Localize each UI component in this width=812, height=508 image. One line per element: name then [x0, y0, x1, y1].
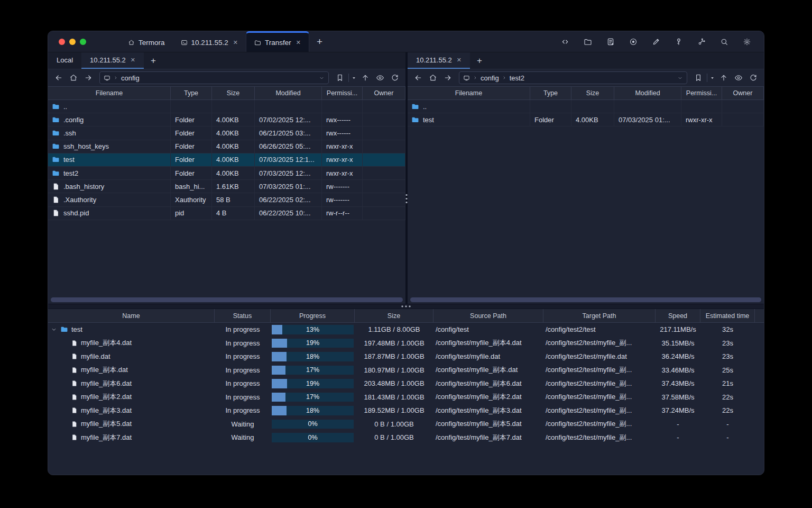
- tab-remote-session[interactable]: 10.211.55.2 ✕: [408, 52, 470, 69]
- status: In progress: [215, 391, 271, 404]
- upload-icon[interactable]: [359, 71, 372, 84]
- transfer-row[interactable]: myfile.dat In progress 18% 187.87MB / 1.…: [48, 350, 764, 364]
- record-icon[interactable]: [627, 35, 640, 48]
- bookmark-icon[interactable]: [334, 71, 346, 84]
- transfer-row[interactable]: myfile_副本3.dat In progress 18% 189.52MB …: [48, 404, 764, 418]
- forward-icon[interactable]: [441, 71, 454, 84]
- refresh-icon[interactable]: [747, 71, 760, 84]
- close-window-button[interactable]: [59, 39, 65, 45]
- column-header[interactable]: Permissi...: [681, 87, 722, 99]
- column-header[interactable]: Source Path: [433, 309, 543, 322]
- refresh-icon[interactable]: [389, 71, 401, 84]
- transfer-row[interactable]: myfile_副本.dat In progress 17% 180.97MB /…: [48, 364, 764, 377]
- chevron-down-icon[interactable]: [677, 75, 683, 81]
- close-tab-icon[interactable]: ✕: [296, 39, 301, 46]
- close-tab-icon[interactable]: ✕: [233, 39, 238, 46]
- show-hidden-icon[interactable]: [374, 71, 386, 84]
- column-header[interactable]: Progress: [271, 309, 355, 322]
- minimize-window-button[interactable]: [69, 39, 76, 45]
- key-icon[interactable]: [672, 35, 685, 48]
- edit-icon[interactable]: [650, 35, 662, 48]
- tab-terminal-session[interactable]: 10.211.55.2 ✕: [173, 31, 246, 52]
- grip-icon: [402, 306, 411, 307]
- column-header[interactable]: Filename: [48, 87, 171, 99]
- column-header[interactable]: Owner: [363, 87, 405, 99]
- caret-down-icon[interactable]: [351, 75, 357, 81]
- folder-icon: [52, 169, 60, 177]
- back-icon[interactable]: [412, 71, 425, 84]
- table-row[interactable]: .ssh Folder 4.00KB 06/21/2025 03:... rwx…: [48, 126, 405, 140]
- column-header[interactable]: Owner: [722, 87, 764, 99]
- back-icon[interactable]: [52, 71, 65, 84]
- left-panel-toolbar: config: [48, 69, 405, 86]
- log-icon[interactable]: [604, 35, 617, 48]
- folder-icon[interactable]: [582, 35, 594, 48]
- column-header[interactable]: Speed: [656, 309, 700, 322]
- table-row[interactable]: .Xauthority Xauthority 58 B 06/22/2025 0…: [48, 193, 405, 206]
- forward-icon[interactable]: [82, 71, 95, 84]
- caret-down-icon[interactable]: [709, 75, 715, 81]
- column-header[interactable]: Type: [171, 87, 212, 99]
- home-icon[interactable]: [67, 71, 80, 84]
- collapse-chevron-icon[interactable]: [51, 326, 57, 333]
- table-row[interactable]: test Folder 4.00KB 07/03/2025 01:... rwx…: [408, 113, 764, 126]
- upload-icon[interactable]: [717, 71, 730, 84]
- table-row[interactable]: ..: [48, 100, 405, 113]
- home-icon[interactable]: [427, 71, 439, 84]
- termora-window: Termora 10.211.55.2 ✕ Transfer ✕ +: [48, 31, 764, 475]
- transfer-splitter[interactable]: [48, 304, 764, 309]
- table-row[interactable]: ssh_host_keys Folder 4.00KB 06/26/2025 0…: [48, 140, 405, 153]
- chevron-down-icon[interactable]: [319, 75, 325, 81]
- folder-icon: [52, 129, 60, 137]
- column-header[interactable]: Permissi...: [322, 87, 363, 99]
- column-header[interactable]: Target Path: [543, 309, 656, 322]
- status: In progress: [215, 350, 271, 364]
- code-icon[interactable]: [559, 35, 571, 48]
- column-header[interactable]: Size: [571, 87, 614, 99]
- right-path-bar[interactable]: config test2: [459, 71, 687, 84]
- table-row[interactable]: ..: [408, 100, 764, 113]
- keychain-icon[interactable]: [695, 35, 708, 48]
- new-panel-tab-button[interactable]: +: [470, 52, 489, 69]
- tab-remote-session[interactable]: 10.211.55.2 ✕: [81, 52, 144, 69]
- zoom-window-button[interactable]: [80, 39, 86, 45]
- table-row[interactable]: .bash_history bash_hi... 1.61KB 07/03/20…: [48, 180, 405, 193]
- table-row[interactable]: test2 Folder 4.00KB 07/03/2025 12:... rw…: [48, 167, 405, 180]
- new-panel-tab-button[interactable]: +: [144, 52, 163, 69]
- column-header[interactable]: Name: [48, 309, 215, 322]
- column-header[interactable]: Size: [355, 309, 433, 322]
- column-header[interactable]: Estimated time: [700, 309, 755, 322]
- transfer-row[interactable]: myfile_副本2.dat In progress 17% 181.43MB …: [48, 391, 764, 404]
- column-header[interactable]: Modified: [614, 87, 681, 99]
- column-header[interactable]: Modified: [255, 87, 322, 99]
- horizontal-scrollbar[interactable]: [410, 297, 761, 302]
- transfer-row[interactable]: test In progress 13% 1.11GB / 8.00GB /co…: [48, 323, 764, 337]
- transfer-row[interactable]: myfile_副本5.dat Waiting 0% 0 B / 1.00GB /…: [48, 418, 764, 431]
- close-tab-icon[interactable]: ✕: [131, 57, 135, 64]
- table-row-selected[interactable]: test Folder 4.00KB 07/03/2025 12:1... rw…: [48, 153, 405, 167]
- column-header[interactable]: Filename: [408, 87, 530, 99]
- path-segment[interactable]: config: [121, 74, 140, 82]
- transfer-row[interactable]: myfile_副本7.dat Waiting 0% 0 B / 1.00GB /…: [48, 431, 764, 444]
- tab-termora[interactable]: Termora: [120, 31, 173, 52]
- table-row[interactable]: sshd.pid pid 4 B 06/22/2025 10:... rw-r-…: [48, 207, 405, 220]
- path-segment[interactable]: test2: [510, 74, 524, 82]
- show-hidden-icon[interactable]: [732, 71, 745, 84]
- left-path-bar[interactable]: config: [99, 71, 329, 84]
- tab-local[interactable]: Local: [48, 52, 81, 69]
- close-tab-icon[interactable]: ✕: [457, 57, 462, 64]
- table-row[interactable]: .config Folder 4.00KB 07/02/2025 12:... …: [48, 113, 405, 126]
- titlebar-actions: [559, 31, 764, 52]
- new-tab-button[interactable]: +: [309, 31, 330, 52]
- path-segment[interactable]: config: [481, 74, 499, 82]
- column-header[interactable]: Size: [212, 87, 255, 99]
- column-header[interactable]: Type: [530, 87, 571, 99]
- transfer-row[interactable]: myfile_副本4.dat In progress 19% 197.48MB …: [48, 337, 764, 350]
- settings-icon[interactable]: [741, 35, 753, 48]
- transfer-row[interactable]: myfile_副本6.dat In progress 19% 203.48MB …: [48, 377, 764, 391]
- column-header[interactable]: Status: [215, 309, 271, 322]
- horizontal-scrollbar[interactable]: [51, 297, 403, 302]
- bookmark-icon[interactable]: [692, 71, 705, 84]
- tab-transfer[interactable]: Transfer ✕: [246, 31, 309, 52]
- search-icon[interactable]: [718, 35, 731, 48]
